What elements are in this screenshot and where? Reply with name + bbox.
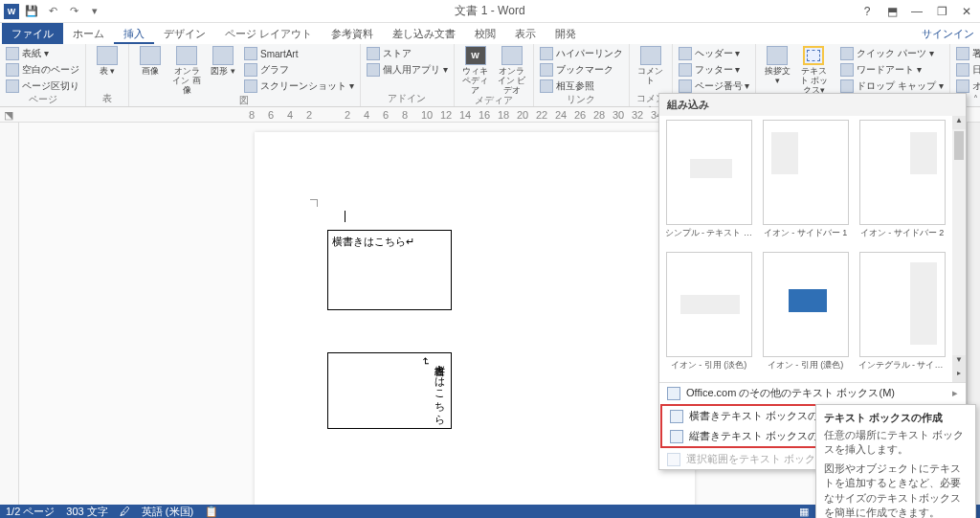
date-time-button[interactable]: 日付と時刻 <box>956 62 980 78</box>
chart-button[interactable]: グラフ <box>244 62 354 78</box>
gallery-item-ion-quote-dark[interactable]: イオン - 引用 (濃色) <box>760 252 851 378</box>
save-icon[interactable]: 💾 <box>23 3 40 20</box>
proofing-icon[interactable]: 🖊 <box>120 506 130 517</box>
footer-icon <box>679 63 692 77</box>
signature-button[interactable]: 署名欄 ▾ <box>956 46 980 61</box>
minimize-icon[interactable]: — <box>907 5 926 18</box>
store-button[interactable]: ストア <box>367 46 448 61</box>
header-icon <box>679 47 692 60</box>
scroll-more-icon[interactable]: ▸ <box>952 369 966 382</box>
tab-references[interactable]: 参考資料 <box>322 23 383 44</box>
blank-page-button[interactable]: 空白のページ <box>6 62 79 78</box>
status-language[interactable]: 英語 (米国) <box>142 505 193 519</box>
signin-link[interactable]: サインイン <box>922 27 980 41</box>
chevron-right-icon: ▸ <box>952 387 958 399</box>
textbox-button[interactable]: テキスト ボックス▾ <box>798 46 829 95</box>
my-apps-button[interactable]: 個人用アプリ ▾ <box>367 62 448 78</box>
status-page[interactable]: 1/2 ページ <box>6 505 55 519</box>
drop-cap-button[interactable]: ドロップ キャップ ▾ <box>840 79 944 94</box>
thumb-icon <box>666 120 752 225</box>
gallery-section-header: 組み込み <box>659 94 966 116</box>
restore-icon[interactable]: ❐ <box>932 5 951 18</box>
more-from-office-button[interactable]: Office.com のその他のテキスト ボックス(M)▸ <box>659 383 966 403</box>
close-icon[interactable]: ✕ <box>957 5 976 18</box>
greeting-button[interactable]: 挨拶文 ▾ <box>762 46 792 85</box>
object-icon <box>956 79 969 93</box>
tab-page-layout[interactable]: ページ レイアウト <box>215 23 322 44</box>
gallery-scrollbar[interactable]: ▲ ▼ ▸ <box>952 116 966 382</box>
online-pictures-icon <box>176 46 197 65</box>
group-media: Wウィキ ペディア オンライン ビデオ メディア <box>455 44 534 106</box>
signature-icon <box>956 47 969 60</box>
ribbon-display-icon[interactable]: ⬒ <box>882 5 902 18</box>
qat-customize-icon[interactable]: ▾ <box>86 3 103 20</box>
object-button[interactable]: オブジェクト ▾ <box>956 79 980 94</box>
gallery-item-integral-sidebar[interactable]: インテグラル - サイドバー <box>857 252 947 378</box>
vertical-textbox[interactable]: 縦書きはこちら↵ <box>327 352 452 429</box>
greeting-icon <box>767 46 788 65</box>
view-print-layout-icon[interactable]: ▦ <box>799 506 809 518</box>
page-break-button[interactable]: ページ区切り <box>6 79 79 94</box>
horizontal-textbox[interactable]: 横書きはこちら↵ <box>327 230 452 310</box>
page-break-icon <box>6 79 19 93</box>
gallery-item-ion-quote-light[interactable]: イオン - 引用 (淡色) <box>663 252 754 378</box>
tab-file[interactable]: ファイル <box>2 23 63 44</box>
tab-design[interactable]: デザイン <box>154 23 215 44</box>
page-number-icon <box>679 79 692 93</box>
wikipedia-button[interactable]: Wウィキ ペディア <box>460 46 491 95</box>
cross-ref-icon <box>540 79 553 93</box>
quick-access-toolbar: W 💾 ↶ ↷ ▾ <box>0 3 103 20</box>
page-number-button[interactable]: ページ番号 ▾ <box>679 79 750 94</box>
status-word-count[interactable]: 303 文字 <box>66 505 107 519</box>
online-video-button[interactable]: オンライン ビデオ <box>497 46 527 95</box>
cover-page-icon <box>6 47 19 60</box>
redo-icon[interactable]: ↷ <box>65 3 82 20</box>
table-button[interactable]: 表 ▾ <box>92 46 122 76</box>
tab-home[interactable]: ホーム <box>63 23 114 44</box>
window-title: 文書 1 - Word <box>455 3 524 19</box>
gallery-item-simple[interactable]: シンプル - テキスト ボッ... <box>663 120 754 246</box>
ruler-corner-icon[interactable]: ⬔ <box>4 109 13 122</box>
group-links: ハイパーリンク ブックマーク 相互参照 リンク <box>534 44 630 106</box>
vertical-ruler[interactable] <box>0 123 19 505</box>
cross-reference-button[interactable]: 相互参照 <box>540 79 623 94</box>
tab-mailmerge[interactable]: 差し込み文書 <box>383 23 465 44</box>
cover-page-button[interactable]: 表紙 ▾ <box>6 46 79 61</box>
undo-icon[interactable]: ↶ <box>44 3 61 20</box>
comment-icon <box>640 46 661 65</box>
screenshot-button[interactable]: スクリーンショット ▾ <box>244 79 354 94</box>
tooltip-body: 任意の場所にテキスト ボックスを挿入します。 図形やオブジェクトにテキストを追加… <box>824 428 968 518</box>
scroll-thumb[interactable] <box>954 131 964 160</box>
gallery-item-ion-sidebar-1[interactable]: イオン - サイドバー 1 <box>760 120 851 246</box>
thumb-icon <box>666 252 752 357</box>
gallery-item-ion-sidebar-2[interactable]: イオン - サイドバー 2 <box>857 120 947 246</box>
collapse-ribbon-icon[interactable]: ˄ <box>973 94 978 104</box>
shapes-button[interactable]: 図形 ▾ <box>208 46 238 76</box>
tab-insert[interactable]: 挿入 <box>114 23 154 44</box>
bookmark-button[interactable]: ブックマーク <box>540 62 623 78</box>
text-cursor <box>345 211 345 222</box>
header-button[interactable]: ヘッダー ▾ <box>679 46 750 61</box>
macro-record-icon[interactable]: 📋 <box>205 506 218 518</box>
hyperlink-button[interactable]: ハイパーリンク <box>540 46 623 61</box>
quick-parts-button[interactable]: クイック パーツ ▾ <box>840 46 944 61</box>
pictures-button[interactable]: 画像 <box>135 46 166 76</box>
comment-button[interactable]: コメント <box>635 46 666 85</box>
textbox-icon <box>803 46 824 65</box>
my-apps-icon <box>367 63 380 77</box>
scroll-down-icon[interactable]: ▼ <box>952 355 966 369</box>
footer-button[interactable]: フッター ▾ <box>679 62 750 78</box>
tab-view[interactable]: 表示 <box>505 23 546 44</box>
hyperlink-icon <box>540 47 553 60</box>
tab-review[interactable]: 校閲 <box>465 23 505 44</box>
thumb-icon <box>859 252 946 357</box>
smartart-button[interactable]: SmartArt <box>244 46 354 61</box>
help-icon[interactable]: ? <box>858 5 877 18</box>
thumb-icon <box>763 120 849 225</box>
office-icon <box>667 387 680 400</box>
online-pictures-button[interactable]: オンライン 画像 <box>171 46 202 95</box>
page[interactable]: 横書きはこちら↵ 縦書きはこちら↵ <box>255 132 695 505</box>
wordart-button[interactable]: ワードアート ▾ <box>840 62 944 78</box>
scroll-up-icon[interactable]: ▲ <box>952 116 966 129</box>
tab-developer[interactable]: 開発 <box>546 23 586 44</box>
